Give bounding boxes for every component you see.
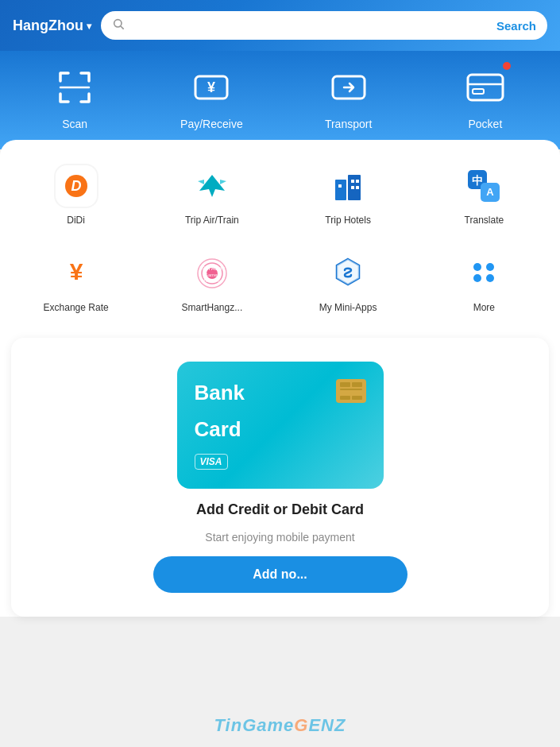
svg-line-1 <box>121 26 124 29</box>
service-trip-air-train[interactable]: Trip Air/Train <box>144 156 280 235</box>
action-pocket[interactable]: Pocket <box>417 64 554 130</box>
chip-icon <box>336 379 366 403</box>
service-more[interactable]: More <box>416 243 552 323</box>
visa-logo: VISA <box>195 454 228 470</box>
smarthangz-icon: 19th Asian Games Hangzhou <box>190 251 234 296</box>
svg-rect-15 <box>356 186 359 189</box>
svg-text:19th Asian: 19th Asian <box>199 265 226 271</box>
search-icon <box>112 17 125 33</box>
header: HangZhou ▾ Search <box>0 0 560 149</box>
svg-point-30 <box>473 274 481 282</box>
mini-apps-icon <box>326 251 370 296</box>
service-smarthangz[interactable]: 19th Asian Games Hangzhou SmartHangz... <box>144 243 280 323</box>
exchange-rate-label: Exchange Rate <box>44 302 109 315</box>
main-content: D DiDi Trip Air/Trai <box>0 140 560 617</box>
translate-icon: 中 A <box>462 164 506 208</box>
bank-card-text-line2: Card <box>195 417 366 442</box>
pay-receive-label: Pay/Receive <box>180 118 243 130</box>
svg-text:A: A <box>487 186 495 198</box>
transport-label: Transport <box>325 118 372 130</box>
svg-rect-12 <box>351 180 354 183</box>
svg-rect-13 <box>356 180 359 183</box>
service-didi-label: DiDi <box>67 215 85 227</box>
top-bar: HangZhou ▾ Search <box>0 0 560 51</box>
trip-hotels-icon <box>326 164 370 208</box>
bank-card-title: Add Credit or Debit Card <box>196 501 364 518</box>
transport-icon <box>325 64 373 111</box>
pocket-label: Pocket <box>468 118 502 130</box>
svg-point-28 <box>473 263 481 271</box>
pocket-badge <box>503 62 511 70</box>
svg-text:D: D <box>71 178 81 194</box>
svg-rect-16 <box>338 184 342 188</box>
svg-point-29 <box>486 263 494 271</box>
app-container: HangZhou ▾ Search <box>0 0 560 747</box>
svg-text:Hangzhou: Hangzhou <box>202 278 222 283</box>
bank-card-subtitle: Start enjoying mobile payment <box>205 531 354 544</box>
pocket-icon <box>462 64 509 111</box>
translate-label: Translate <box>465 215 504 227</box>
svg-rect-6 <box>468 75 503 100</box>
service-trip-hotels[interactable]: Trip Hotels <box>280 156 416 235</box>
more-icon <box>462 251 506 296</box>
search-button[interactable]: Search <box>496 19 536 33</box>
scan-icon <box>51 64 98 111</box>
chevron-down-icon: ▾ <box>87 21 91 32</box>
action-pay-receive[interactable]: ¥ Pay/Receive <box>143 64 280 130</box>
service-mini-apps[interactable]: My Mini-Apps <box>280 243 416 323</box>
exchange-rate-icon: ¥ <box>54 251 98 296</box>
quick-actions: Scan ¥ Pay/Receive <box>0 51 560 149</box>
svg-point-0 <box>114 20 122 27</box>
location-text: HangZhou <box>13 17 83 34</box>
service-didi[interactable]: D DiDi <box>8 156 144 235</box>
service-exchange-rate[interactable]: ¥ Exchange Rate <box>8 243 144 323</box>
more-label: More <box>473 302 495 315</box>
service-translate[interactable]: 中 A Translate <box>416 156 552 235</box>
location-selector[interactable]: HangZhou ▾ <box>13 17 91 34</box>
add-card-button[interactable]: Add no... <box>153 556 407 593</box>
services-grid: D DiDi Trip Air/Trai <box>8 156 552 322</box>
svg-text:Games: Games <box>204 273 219 277</box>
search-input[interactable] <box>131 19 490 33</box>
services-section: D DiDi Trip Air/Trai <box>0 140 560 330</box>
svg-rect-8 <box>473 89 484 94</box>
scan-label: Scan <box>62 118 87 130</box>
didi-icon: D <box>54 164 98 208</box>
trip-air-train-label: Trip Air/Train <box>185 215 239 227</box>
bank-card-visual: Bank Card VISA <box>177 362 384 489</box>
svg-text:¥: ¥ <box>69 258 83 284</box>
mini-apps-label: My Mini-Apps <box>319 302 377 315</box>
svg-text:¥: ¥ <box>207 79 215 95</box>
svg-point-31 <box>486 274 494 282</box>
watermark: TinGameGENZ <box>214 715 346 736</box>
trip-air-train-icon <box>190 164 234 208</box>
action-scan[interactable]: Scan <box>6 64 143 130</box>
pay-icon: ¥ <box>187 64 235 111</box>
svg-rect-10 <box>335 180 346 200</box>
trip-hotels-label: Trip Hotels <box>325 215 371 227</box>
smarthangz-label: SmartHangz... <box>182 302 243 315</box>
bank-card-section: Bank Card VISA Add Credit or Debit Card … <box>11 338 549 617</box>
search-bar: Search <box>101 11 547 40</box>
svg-rect-14 <box>351 186 354 189</box>
action-transport[interactable]: Transport <box>280 64 417 130</box>
